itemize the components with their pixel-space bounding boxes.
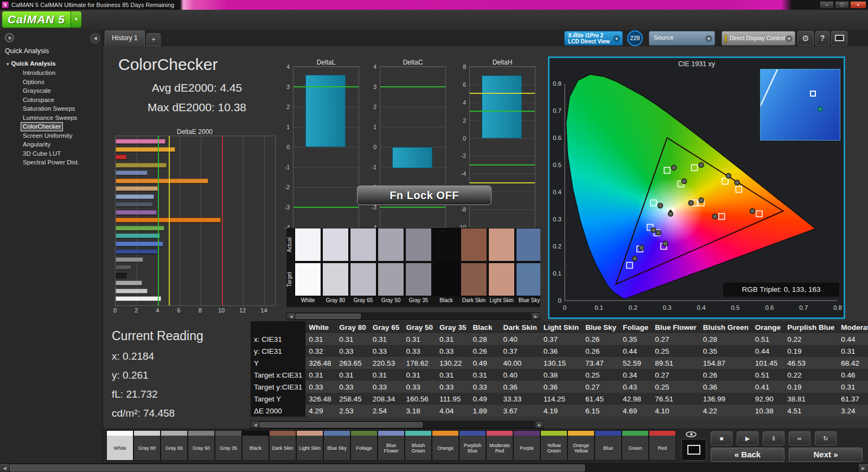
wizard-nav: « Back Next » [711,448,863,462]
play-button[interactable]: ▶ [737,431,758,445]
display-toggle-button[interactable] [681,439,706,461]
add-tab-button[interactable]: + [146,33,161,46]
patch-button-foliage[interactable]: Foliage [350,430,378,461]
table-cell: 46.53 [784,357,838,369]
settings-button[interactable]: ⚙ [797,31,814,46]
cie-y-tick-label: 0.5 [553,162,561,168]
pause-button[interactable]: ‖ [763,431,784,445]
eye-icon[interactable] [686,431,697,437]
deltae-axis-label: 12 [239,307,246,314]
sidebar-root-item[interactable]: ▾Quick Analysis [7,59,103,68]
loop-button[interactable]: ↻ [815,431,837,445]
table-cell: 0.31 [336,333,369,345]
sidebar-item-saturation-sweeps[interactable]: Saturation Sweeps [21,104,78,113]
scroll-right-icon[interactable]: ▶ [535,422,544,428]
minimize-button[interactable]: – [820,1,834,9]
target-circle-icon[interactable] [5,33,14,42]
strip-column-label: Light Skin [488,297,515,303]
table-cell: 2.54 [369,405,403,417]
table-column-header: White [305,321,336,333]
patch-button-green[interactable]: Green [622,430,649,461]
source-dropdown[interactable]: Source ▼ [649,31,715,46]
sidebar-item-grayscale[interactable]: Grayscale [21,86,53,95]
sidebar-collapse-button[interactable]: ◀ [90,33,100,43]
scroll-right-icon[interactable]: ▶ [859,464,868,472]
scroll-right-icon[interactable]: ▶ [532,313,540,320]
next-button[interactable]: Next » [789,448,863,462]
cie-inner: CIE 1931 xy 00.10.20.30.40.50.60.70.800.… [550,58,844,317]
delta-l-chart: DeltaL 43210-1-2-3-4 [277,59,363,238]
patch-button-yellow-green[interactable]: Yellow Green [540,430,567,461]
meter-dropdown[interactable]: X-Rite i1Pro 2 LCD Direct View ▼ [564,31,623,46]
sidebar-item-luminance-sweeps[interactable]: Luminance Sweeps [21,113,79,123]
stop-button[interactable]: ■ [711,431,732,445]
bottom-bar: WhiteGray 80Gray 65Gray 50Gray 35BlackDa… [103,429,868,463]
patch-button-blue-flower[interactable]: Blue Flower [378,430,405,461]
sidebar-item-introduction[interactable]: Introduction [21,68,58,78]
patch-button-gray-65[interactable]: Gray 65 [161,430,188,461]
patch-button-blue[interactable]: Blue [595,430,622,461]
scroll-left-icon[interactable]: ◀ [251,422,259,428]
patch-button-orange-yellow[interactable]: Orange Yellow [567,430,595,461]
scrollbar-thumb[interactable] [10,464,585,471]
logo-dropdown-button[interactable]: ▼ [71,11,81,28]
tab-bar: History 1 + X-Rite i1Pro 2 LCD Direct Vi… [103,30,868,46]
patch-button-moderate-red[interactable]: Moderate Red [486,430,513,461]
patch-button-white[interactable]: White [106,430,133,461]
patch-button-light-skin[interactable]: Light Skin [296,430,323,461]
patch-button-bluish-green[interactable]: Bluish Green [405,430,432,461]
scroll-left-icon[interactable]: ◀ [287,313,295,320]
patch-button-red[interactable]: Red [649,430,676,461]
calman-window: 5 CalMAN 5 CalMAN Ultimate for Business … [0,0,868,472]
sidebar-item-colorspace[interactable]: Colorspace [21,95,56,105]
tab-history-1[interactable]: History 1 [105,30,145,46]
patch-button-dark-skin[interactable]: Dark Skin [269,430,296,461]
deltae-bar [116,178,208,183]
patch-button-gray-35[interactable]: Gray 35 [215,430,242,461]
table-cell: 0.33 [469,381,500,393]
cie-measured-point [726,174,731,178]
sidebar-item-options[interactable]: Options [21,78,47,87]
sidebar-item-spectral-power-dist[interactable]: Spectral Power Dist. [21,158,81,167]
sidebar-item-screen-uniformity[interactable]: Screen Uniformity [21,131,74,141]
table-cell: 0.35 [700,345,752,357]
actual-swatch-gray-35 [405,228,432,261]
meter-count-badge[interactable]: 228 [627,30,643,46]
strip-scrollbar[interactable]: ◀ ▶ [286,312,540,320]
sidebar-item-angularity[interactable]: Angularity [21,140,53,149]
back-button[interactable]: « Back [711,448,784,462]
patch-button-purplish-blue[interactable]: Purplish Blue [459,430,486,461]
patch-button-orange[interactable]: Orange [432,430,459,461]
patch-button-gray-50[interactable]: Gray 50 [188,430,215,461]
strip-column-label: Black [433,297,459,303]
sidebar-item-3d-cube-lut[interactable]: 3D Cube LUT [21,149,63,158]
display-button[interactable] [831,31,847,46]
help-button[interactable]: ? [815,31,829,46]
patch-button-purple[interactable]: Purple [513,430,540,461]
deltae-bar-row [116,232,275,240]
scrollbar-thumb[interactable] [260,422,423,428]
window-scrollbar[interactable]: ◀ ▶ [0,463,868,472]
deltae-bar [116,257,143,262]
cie-x-tick-label: 0.6 [765,304,774,311]
continuous-read-button[interactable]: ∞ [789,431,810,445]
patch-button-black[interactable]: Black [242,430,269,461]
table-scrollbar[interactable]: ◀ ▶ [251,421,544,429]
deltae-bar-row [116,240,275,248]
scrollbar-thumb[interactable] [296,314,361,319]
cie-target-point [692,165,698,171]
maximize-button[interactable]: □ [835,1,849,9]
scroll-left-icon[interactable]: ◀ [0,464,9,472]
sidebar-item-colorchecker[interactable]: ColorChecker [21,122,63,131]
patch-button-gray-80[interactable]: Gray 80 [133,430,161,461]
patch-button-blue-sky[interactable]: Blue Sky [323,430,350,461]
deltae-bar [116,155,126,160]
cie-measured-point [651,228,656,233]
display-control-dropdown[interactable]: Direct Display Control ▼ [722,31,795,46]
close-button[interactable]: × [850,1,866,9]
calman-logo: CalMAN 5 ▼ [2,11,81,28]
page-title: ColorChecker [118,55,218,74]
white-point-dot [669,210,672,212]
deltae-bar [116,170,148,175]
delta-axis-label: 4 [373,63,376,70]
